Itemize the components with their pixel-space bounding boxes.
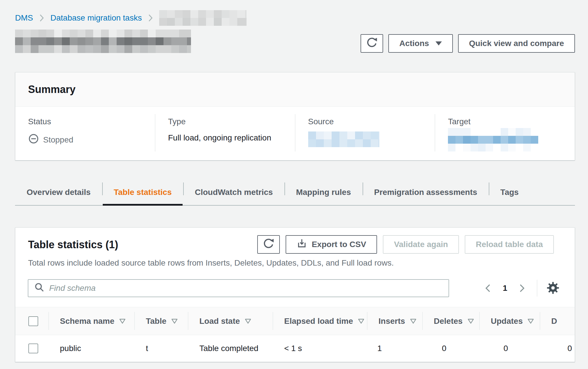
summary-field-status: Status Stopped bbox=[15, 114, 155, 151]
export-label: Export to CSV bbox=[312, 240, 366, 249]
refresh-button[interactable] bbox=[361, 34, 383, 53]
cell-deletes: 0 bbox=[422, 335, 479, 362]
tab-bar: Overview detailsTable statisticsCloudWat… bbox=[15, 179, 575, 206]
statistics-table-wrap: Schema nameTableLoad stateElapsed load t… bbox=[15, 307, 575, 362]
column-header-deletes[interactable]: Deletes bbox=[422, 307, 479, 335]
cell-updates: 0 bbox=[479, 335, 540, 362]
sort-icon bbox=[358, 318, 365, 324]
tab-label: Overview details bbox=[27, 188, 91, 197]
column-header-inner: Deletes bbox=[434, 317, 474, 326]
table-row: publictTable completed< 1 s1000 bbox=[15, 335, 575, 362]
tab-table-statistics[interactable]: Table statistics bbox=[102, 179, 183, 206]
tab-mapping-rules[interactable]: Mapping rules bbox=[284, 179, 363, 206]
summary-title: Summary bbox=[28, 83, 76, 96]
cell-elapsed-load-time: < 1 s bbox=[273, 335, 367, 362]
gear-icon bbox=[547, 282, 559, 295]
column-header-load-state[interactable]: Load state bbox=[188, 307, 273, 335]
table-panel-buttons: Export to CSV Validate again Reload tabl… bbox=[257, 235, 554, 254]
cell-table: t bbox=[134, 335, 188, 362]
pager-divider bbox=[537, 280, 537, 297]
statistics-table: Schema nameTableLoad stateElapsed load t… bbox=[15, 307, 575, 362]
breadcrumb-link-migration-tasks[interactable]: Database migration tasks bbox=[50, 13, 142, 23]
column-label: Inserts bbox=[378, 317, 405, 326]
current-page-number: 1 bbox=[497, 284, 512, 293]
tab-premigration-assessments[interactable]: Premigration assessments bbox=[363, 179, 489, 206]
cell-load-state: Table completed bbox=[188, 335, 273, 362]
sort-icon bbox=[171, 318, 178, 324]
summary-field-type: Type Full load, ongoing replication bbox=[155, 114, 295, 151]
type-value: Full load, ongoing replication bbox=[168, 133, 286, 143]
schema-search-box bbox=[28, 279, 449, 297]
summary-panel-header: Summary bbox=[15, 72, 575, 107]
page-header: Actions Quick view and compare bbox=[15, 29, 575, 53]
tab-tags[interactable]: Tags bbox=[489, 179, 530, 206]
refresh-icon bbox=[263, 238, 274, 251]
sort-icon bbox=[119, 318, 126, 324]
source-value-redacted bbox=[308, 131, 379, 147]
tab-label: CloudWatch metrics bbox=[195, 188, 273, 197]
table-panel-description: Total rows include loaded source table r… bbox=[15, 254, 575, 268]
sort-icon bbox=[527, 318, 534, 324]
actions-label: Actions bbox=[399, 39, 429, 48]
sort-icon bbox=[410, 318, 417, 324]
target-label: Target bbox=[448, 117, 566, 126]
header-actions: Actions Quick view and compare bbox=[361, 34, 575, 53]
summary-field-target: Target bbox=[435, 114, 575, 151]
table-statistics-title: Table statistics (1) bbox=[28, 235, 118, 251]
export-to-csv-button[interactable]: Export to CSV bbox=[286, 235, 377, 254]
status-text: Stopped bbox=[43, 135, 73, 145]
column-header-d[interactable]: D bbox=[540, 307, 575, 335]
row-checkbox[interactable] bbox=[28, 344, 38, 353]
column-header-updates[interactable]: Updates bbox=[479, 307, 540, 335]
dms-task-page: DMS Database migration tasks Actions bbox=[0, 0, 588, 362]
column-label: Updates bbox=[491, 317, 523, 326]
caret-down-icon bbox=[436, 41, 442, 45]
refresh-icon bbox=[366, 37, 378, 50]
tab-cloudwatch-metrics[interactable]: CloudWatch metrics bbox=[183, 179, 284, 206]
column-label: D bbox=[551, 317, 557, 326]
table-statistics-panel: Table statistics (1) bbox=[15, 227, 575, 362]
schema-search-input[interactable] bbox=[49, 284, 443, 293]
column-header-inner: Table bbox=[146, 317, 178, 326]
validate-label: Validate again bbox=[394, 240, 448, 249]
quick-view-label: Quick view and compare bbox=[469, 39, 564, 48]
column-label: Schema name bbox=[60, 317, 114, 326]
breadcrumb-link-dms[interactable]: DMS bbox=[15, 13, 33, 23]
reload-label: Reload table data bbox=[476, 240, 543, 249]
column-header-table[interactable]: Table bbox=[134, 307, 188, 335]
stopped-status-icon bbox=[28, 133, 39, 146]
table-refresh-button[interactable] bbox=[257, 235, 280, 254]
column-label: Deletes bbox=[434, 317, 463, 326]
row-select-cell bbox=[15, 335, 48, 362]
summary-grid: Status Stopped Type Full load, ongoing r… bbox=[15, 107, 575, 160]
select-all-checkbox[interactable] bbox=[28, 316, 38, 326]
reload-table-data-button[interactable]: Reload table data bbox=[465, 235, 554, 254]
page-title-redacted bbox=[15, 30, 191, 53]
column-header-inner: D bbox=[551, 317, 557, 326]
column-header-inner: Schema name bbox=[60, 317, 126, 326]
breadcrumb: DMS Database migration tasks bbox=[15, 12, 575, 24]
summary-panel: Summary Status Stopped Type Full load, bbox=[15, 72, 575, 160]
tab-overview-details[interactable]: Overview details bbox=[15, 179, 102, 206]
column-header-schema-name[interactable]: Schema name bbox=[48, 307, 134, 335]
chevron-right-icon bbox=[148, 14, 153, 22]
quick-view-compare-button[interactable]: Quick view and compare bbox=[458, 34, 575, 53]
table-preferences-button[interactable] bbox=[545, 280, 561, 297]
select-all-cell bbox=[15, 307, 48, 335]
actions-dropdown-button[interactable]: Actions bbox=[388, 34, 453, 53]
column-header-inserts[interactable]: Inserts bbox=[367, 307, 422, 335]
tab-label: Premigration assessments bbox=[374, 188, 477, 197]
breadcrumb-task-name-redacted bbox=[159, 10, 247, 26]
previous-page-button[interactable] bbox=[481, 281, 495, 295]
source-label: Source bbox=[308, 117, 426, 126]
column-label: Elapsed load time bbox=[284, 317, 353, 326]
column-header-elapsed-load-time[interactable]: Elapsed load time bbox=[273, 307, 367, 335]
column-header-inner: Updates bbox=[491, 317, 534, 326]
validate-again-button[interactable]: Validate again bbox=[383, 235, 459, 254]
table-panel-head: Table statistics (1) bbox=[15, 228, 575, 254]
column-header-inner: Elapsed load time bbox=[284, 317, 365, 326]
tab-label: Mapping rules bbox=[296, 188, 351, 197]
status-value: Stopped bbox=[28, 133, 146, 146]
column-header-inner: Load state bbox=[199, 317, 251, 326]
next-page-button[interactable] bbox=[515, 281, 529, 295]
